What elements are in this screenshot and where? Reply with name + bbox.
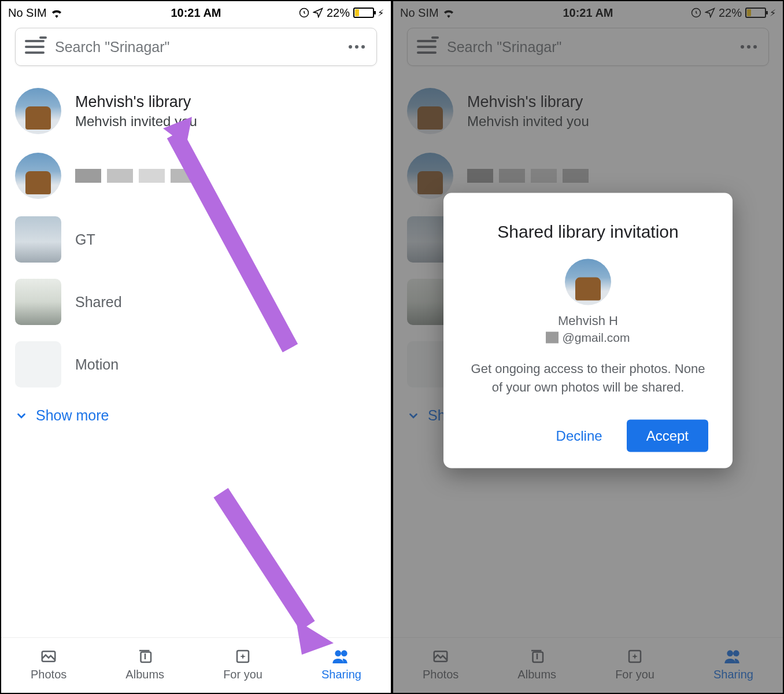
redacted-text [546, 332, 559, 344]
album-label: Shared [75, 294, 122, 311]
show-more-label: Show more [36, 407, 109, 424]
dialog-user-email: @gmail.com [467, 331, 709, 345]
dialog-avatar [565, 259, 611, 305]
orientation-lock-icon [299, 8, 309, 18]
nav-label: For you [223, 668, 262, 681]
accept-button[interactable]: Accept [627, 419, 708, 452]
album-label: GT [75, 231, 95, 248]
photos-icon [39, 647, 58, 666]
redacted-text [75, 169, 197, 183]
albums-icon [136, 647, 154, 666]
nav-label: Photos [31, 668, 66, 681]
more-icon[interactable] [349, 45, 367, 49]
library-subtitle: Mehvish invited you [75, 113, 197, 130]
show-more-button[interactable]: Show more [15, 396, 377, 435]
notification-dot [39, 36, 47, 39]
avatar [15, 153, 61, 199]
menu-icon[interactable] [25, 40, 45, 54]
decline-button[interactable]: Decline [542, 419, 616, 452]
for-you-icon [234, 647, 252, 666]
nav-label: Sharing [321, 668, 361, 681]
sim-status: No SIM [8, 6, 47, 20]
shared-library-invite-row[interactable]: Mehvish's library Mehvish invited you [15, 79, 377, 143]
nav-for-you[interactable]: For you [223, 647, 262, 681]
battery-percent: 22% [327, 6, 350, 20]
battery-icon [353, 8, 374, 18]
charging-icon: ⚡︎ [378, 8, 384, 19]
album-thumb [15, 279, 61, 325]
nav-sharing[interactable]: Sharing [321, 647, 361, 681]
phone-screen-right: No SIM 10:21 AM 22% ⚡︎ Search "Srinagar" [392, 0, 784, 694]
avatar [15, 88, 61, 134]
phone-screen-left: No SIM 10:21 AM 22% ⚡︎ Search "Srinagar" [0, 0, 392, 694]
email-suffix: @gmail.com [562, 331, 630, 345]
album-thumb [15, 341, 61, 387]
album-row-motion[interactable]: Motion [15, 333, 377, 396]
shared-library-dialog: Shared library invitation Mehvish H @gma… [443, 193, 733, 468]
dialog-body: Get ongoing access to their photos. None… [469, 360, 707, 397]
album-row-gt[interactable]: GT [15, 208, 377, 271]
dialog-title: Shared library invitation [467, 222, 709, 242]
album-row-shared[interactable]: Shared [15, 271, 377, 333]
nav-albums[interactable]: Albums [125, 647, 164, 681]
album-label: Motion [75, 356, 119, 373]
dialog-user-name: Mehvish H [467, 313, 709, 328]
location-icon [313, 8, 323, 18]
svg-point-4 [335, 650, 342, 656]
search-input[interactable]: Search "Srinagar" [55, 39, 338, 56]
bottom-nav: Photos Albums For you Sharing [1, 637, 391, 693]
search-bar[interactable]: Search "Srinagar" [15, 28, 377, 66]
nav-photos[interactable]: Photos [31, 647, 66, 681]
sharing-list: Mehvish's library Mehvish invited you GT… [1, 73, 391, 637]
shared-user-row[interactable] [15, 143, 377, 208]
sharing-icon [332, 647, 350, 666]
status-bar: No SIM 10:21 AM 22% ⚡︎ [1, 1, 391, 24]
nav-label: Albums [125, 668, 164, 681]
album-thumb [15, 216, 61, 263]
library-title: Mehvish's library [75, 93, 197, 111]
svg-point-5 [341, 650, 347, 656]
clock: 10:21 AM [135, 6, 257, 20]
wifi-icon [50, 8, 63, 18]
chevron-down-icon [15, 409, 28, 422]
